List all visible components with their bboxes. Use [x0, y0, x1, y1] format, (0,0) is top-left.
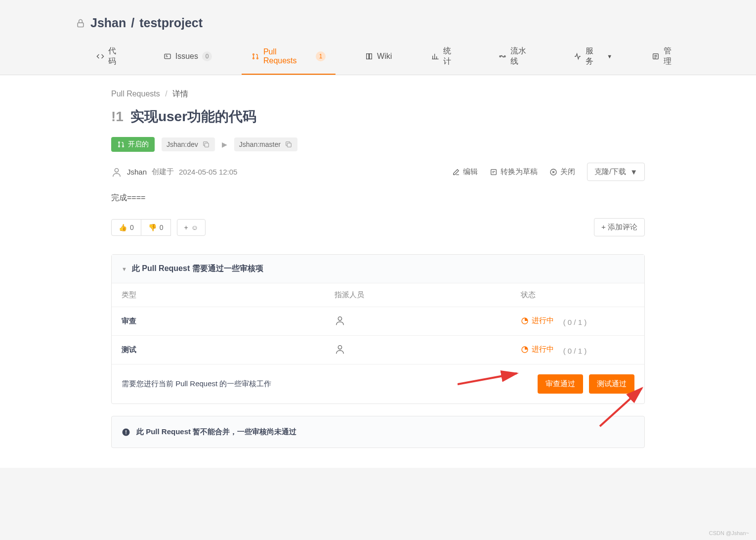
row-count: ( 0 / 1 ) [563, 318, 587, 326]
add-comment-button[interactable]: + 添加评论 [594, 218, 645, 236]
row-type: 测试 [122, 345, 136, 354]
issues-count-badge: 0 [202, 51, 212, 61]
code-icon [96, 52, 104, 60]
svg-point-18 [338, 346, 342, 349]
status-badge: 开启的 [111, 137, 155, 152]
thumbs-up-icon: 👍 [119, 224, 127, 231]
clone-download-button[interactable]: 克隆/下载 ▼ [587, 163, 645, 181]
tab-manage[interactable]: 管理 [642, 39, 689, 75]
thumbs-up-count: 0 [130, 224, 134, 231]
tab-wiki-label: Wiki [377, 52, 392, 61]
assignee-avatar[interactable] [335, 315, 345, 326]
approve-review-button[interactable]: 审查通过 [538, 374, 583, 394]
chevron-down-icon: ▼ [630, 168, 637, 176]
svg-text:!: ! [125, 429, 127, 435]
created-at: 2024-05-05 12:05 [179, 168, 237, 176]
clone-label: 克隆/下载 [594, 167, 626, 177]
breadcrumb-current: 详情 [172, 90, 188, 98]
repo-name[interactable]: testproject [139, 16, 203, 30]
svg-point-2 [253, 54, 254, 55]
review-panel: ▼ 此 Pull Request 需要通过一些审核项 类型 指派人员 状态 审查 [111, 254, 645, 404]
svg-point-13 [115, 168, 118, 172]
row-count: ( 0 / 1 ) [563, 347, 587, 355]
lock-icon [76, 18, 85, 28]
annotation-arrow [458, 369, 522, 387]
approve-test-button[interactable]: 测试通过 [589, 374, 634, 394]
add-reaction-button[interactable]: + ☺ [177, 219, 206, 236]
wiki-icon [365, 52, 373, 60]
progress-icon [521, 317, 529, 325]
tab-stats-label: 统计 [443, 46, 459, 67]
pr-id: !1 [111, 109, 124, 125]
repo-owner[interactable]: Jshan [90, 16, 126, 30]
repo-title: Jshan / testproject [76, 16, 680, 30]
warning-text: 此 Pull Request 暂不能合并，一些审核尚未通过 [136, 427, 296, 437]
row-status: 进行中 [532, 316, 554, 325]
table-row: 审查 进行中 ( 0 / 1 ) [112, 307, 644, 336]
author-avatar [111, 167, 122, 178]
tab-code-label: 代码 [108, 46, 124, 67]
assignee-avatar[interactable] [335, 344, 345, 355]
target-branch-label: Jshan:master [239, 140, 281, 148]
tab-pull-requests[interactable]: Pull Requests 1 [242, 39, 336, 75]
chevron-down-icon: ▼ [607, 53, 612, 59]
breadcrumb-sep: / [165, 90, 167, 98]
tab-service[interactable]: 服务 ▼ [564, 39, 623, 75]
review-table: 类型 指派人员 状态 审查 进行中 ( 0 [112, 283, 644, 364]
svg-point-10 [123, 146, 124, 147]
plus-label: + [184, 224, 188, 231]
issues-icon [164, 52, 171, 60]
thumbs-up-button[interactable]: 👍 0 [111, 219, 141, 236]
edit-icon [452, 168, 460, 176]
svg-point-16 [338, 317, 342, 320]
source-branch-label: Jshan:dev [167, 140, 198, 148]
breadcrumb-root[interactable]: Pull Requests [111, 90, 160, 98]
pr-description: 完成==== [111, 193, 645, 203]
svg-point-6 [504, 56, 505, 57]
arrow-icon: ▶ [222, 140, 227, 148]
status-label: 开启的 [128, 140, 149, 149]
source-branch[interactable]: Jshan:dev [162, 137, 215, 151]
close-button[interactable]: 关闭 [549, 167, 575, 177]
author-name[interactable]: Jshan [127, 168, 147, 176]
svg-point-4 [257, 58, 258, 59]
svg-rect-14 [491, 169, 497, 175]
draft-icon [490, 168, 498, 176]
svg-rect-0 [78, 23, 84, 27]
svg-rect-11 [205, 143, 209, 147]
tab-service-label: 服务 [586, 46, 601, 67]
manage-icon [652, 52, 660, 60]
pipeline-icon [499, 52, 506, 60]
target-branch[interactable]: Jshan:master [234, 137, 297, 151]
draft-button[interactable]: 转换为草稿 [490, 167, 538, 177]
repo-sep: / [131, 16, 134, 30]
copy-icon[interactable] [202, 140, 210, 148]
close-icon [549, 168, 557, 176]
svg-line-20 [458, 373, 517, 384]
edit-button[interactable]: 编辑 [452, 167, 478, 177]
created-prefix: 创建于 [152, 167, 174, 177]
tab-wiki[interactable]: Wiki [355, 39, 402, 75]
review-panel-header[interactable]: ▼ 此 Pull Request 需要通过一些审核项 [112, 255, 644, 283]
draft-label: 转换为草稿 [501, 167, 538, 177]
col-assignee: 指派人员 [325, 283, 511, 307]
thumbs-down-count: 0 [160, 224, 164, 231]
tab-pipeline[interactable]: 流水线 [489, 39, 544, 75]
smile-icon: ☺ [191, 224, 198, 231]
git-pr-icon [117, 140, 125, 148]
progress-icon [521, 346, 529, 354]
svg-rect-12 [287, 143, 291, 147]
warning-panel: ! 此 Pull Request 暂不能合并，一些审核尚未通过 [111, 416, 645, 448]
thumbs-down-button[interactable]: 👎 0 [141, 219, 171, 236]
col-status: 状态 [511, 283, 644, 307]
tab-code[interactable]: 代码 [86, 39, 134, 75]
edit-label: 编辑 [463, 167, 478, 177]
tab-issues[interactable]: Issues 0 [154, 39, 222, 75]
table-row: 测试 进行中 ( 0 / 1 ) [112, 336, 644, 364]
svg-point-3 [253, 58, 254, 59]
tab-stats[interactable]: 统计 [421, 39, 469, 75]
close-label: 关闭 [560, 167, 575, 177]
row-status: 进行中 [532, 345, 554, 354]
copy-icon[interactable] [285, 140, 293, 148]
chevron-down-icon: ▼ [122, 266, 127, 272]
